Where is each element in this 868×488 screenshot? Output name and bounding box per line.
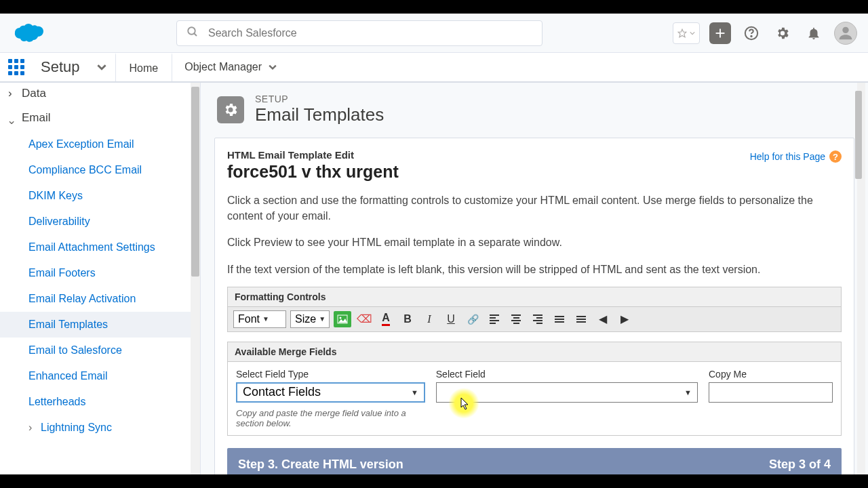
sidebar-item-deliverability[interactable]: Deliverability xyxy=(0,209,200,235)
sidebar-item-email-to-sf[interactable]: Email to Salesforce xyxy=(0,338,200,363)
indent-button[interactable]: ▶ xyxy=(616,311,633,327)
nav-tab-label: Object Manager xyxy=(184,61,262,73)
align-left-button[interactable] xyxy=(486,311,503,327)
merge-hint: Copy and paste the merge field value int… xyxy=(236,408,425,428)
user-avatar[interactable] xyxy=(834,22,857,45)
sidebar-item-compliance-bcc[interactable]: Compliance BCC Email xyxy=(0,157,200,183)
step-counter: Step 3 of 4 xyxy=(769,458,831,472)
sidebar-item-letterheads[interactable]: Letterheads xyxy=(0,389,200,415)
sidebar-item-apex-exception[interactable]: Apex Exception Email xyxy=(0,131,200,157)
sidebar-item-email[interactable]: ⌄ Email xyxy=(0,104,200,131)
notifications-icon[interactable] xyxy=(803,22,825,44)
sidebar-item-email-templates[interactable]: Email Templates xyxy=(0,312,200,338)
breadcrumb: SETUP xyxy=(255,94,384,104)
svg-marker-2 xyxy=(678,29,686,37)
italic-button[interactable]: I xyxy=(420,311,438,327)
cursor-icon xyxy=(460,397,470,411)
gear-icon xyxy=(217,96,244,123)
field-select[interactable]: ▼ xyxy=(436,382,698,403)
insert-image-button[interactable] xyxy=(334,311,351,327)
link-button[interactable]: 🔗 xyxy=(464,311,481,327)
global-actions-button[interactable] xyxy=(709,22,731,44)
app-launcher-icon[interactable] xyxy=(0,53,33,81)
copy-merge-input[interactable] xyxy=(709,382,833,403)
chevron-down-icon xyxy=(269,63,277,71)
outdent-button[interactable]: ◀ xyxy=(594,311,612,327)
size-select[interactable]: Size▼ xyxy=(290,310,330,328)
clear-formatting-button[interactable]: ⌫ xyxy=(355,311,373,327)
font-color-button[interactable]: A xyxy=(377,311,395,327)
app-menu-chevron[interactable] xyxy=(88,53,115,81)
sidebar-item-attachment-settings[interactable]: Email Attachment Settings xyxy=(0,235,200,260)
chevron-right-icon: › xyxy=(28,422,32,434)
align-right-button[interactable] xyxy=(529,311,547,327)
font-select[interactable]: Font▼ xyxy=(233,310,286,328)
svg-point-5 xyxy=(842,26,848,33)
svg-point-4 xyxy=(751,35,751,36)
description-3: If the text version of the template is l… xyxy=(227,262,842,277)
chevron-right-icon: › xyxy=(8,87,12,100)
bullet-list-button[interactable] xyxy=(572,311,590,327)
app-name: Setup xyxy=(33,53,88,81)
global-search[interactable] xyxy=(176,20,542,46)
svg-point-7 xyxy=(340,317,342,319)
help-icon[interactable] xyxy=(741,22,762,44)
field-type-select[interactable]: Contact Fields▼ xyxy=(236,382,425,403)
help-icon: ? xyxy=(829,150,842,163)
sidebar-item-dkim[interactable]: DKIM Keys xyxy=(0,183,200,209)
page-title: Email Templates xyxy=(255,104,384,125)
svg-point-0 xyxy=(188,27,195,35)
merge-fields-header: Available Merge Fields xyxy=(228,342,841,362)
step-title: Step 3. Create HTML version xyxy=(238,458,403,472)
nav-tab-home[interactable]: Home xyxy=(115,53,173,81)
salesforce-logo[interactable] xyxy=(11,22,43,45)
search-icon xyxy=(186,26,199,41)
help-link[interactable]: Help for this Page ? xyxy=(750,150,842,163)
search-input[interactable] xyxy=(208,27,532,39)
sidebar-item-email-footers[interactable]: Email Footers xyxy=(0,260,200,286)
copy-merge-label: Copy Me xyxy=(709,369,833,380)
sidebar-item-relay-activation[interactable]: Email Relay Activation xyxy=(0,286,200,312)
field-type-label: Select Field Type xyxy=(236,369,425,380)
chevron-down-icon: ⌄ xyxy=(7,113,16,127)
favorites-button[interactable] xyxy=(673,22,700,44)
description-2: Click Preview to see your HTML email tem… xyxy=(227,235,842,250)
main-scrollbar[interactable] xyxy=(857,83,865,474)
sidebar-item-data[interactable]: › Data xyxy=(0,85,200,104)
numbered-list-button[interactable] xyxy=(551,311,568,327)
align-center-button[interactable] xyxy=(507,311,525,327)
sidebar-item-enhanced-email[interactable]: Enhanced Email xyxy=(0,363,200,389)
bold-button[interactable]: B xyxy=(399,311,416,327)
formatting-controls-header: Formatting Controls xyxy=(228,287,841,307)
underline-button[interactable]: U xyxy=(442,311,460,327)
setup-gear-icon[interactable] xyxy=(772,22,793,44)
svg-line-1 xyxy=(194,33,197,36)
sidebar-item-lightning-sync[interactable]: › Lightning Sync xyxy=(0,415,200,441)
description-1: Click a section and use the formatting c… xyxy=(227,192,842,224)
nav-tab-object-manager[interactable]: Object Manager xyxy=(172,53,289,81)
field-select-label: Select Field xyxy=(436,369,698,380)
template-name: force501 v thx urgent xyxy=(227,162,842,182)
sidebar-scrollbar[interactable] xyxy=(191,83,200,474)
